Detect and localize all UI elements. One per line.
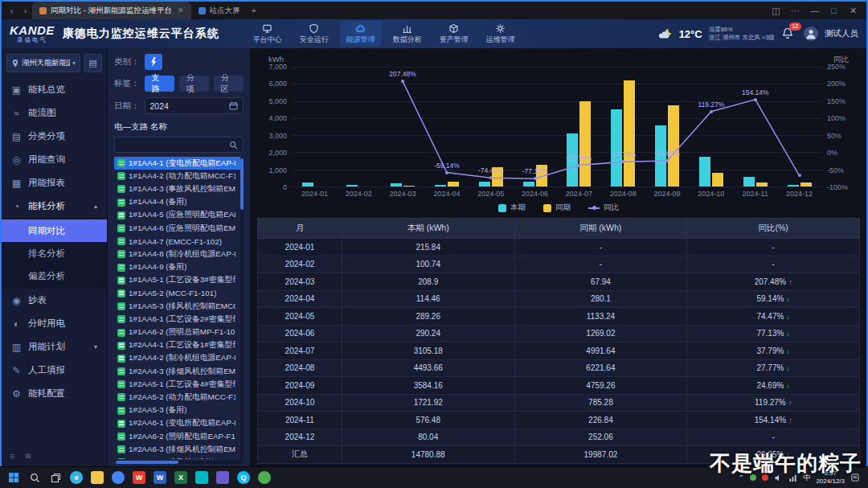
table-row[interactable]: 2024-093584.164759.2624.69%↓ (258, 377, 860, 395)
tree-item[interactable]: 1#1AA4-5 (应急照明配电箱EAL-F2-102) (114, 209, 244, 222)
sidebar-item-energy-overview[interactable]: ▣能耗总览 (2, 78, 107, 101)
avatar[interactable] (804, 27, 818, 41)
taskbar-app-explorer-icon[interactable] (87, 467, 108, 488)
back-icon[interactable]: ‹ (5, 6, 18, 15)
table-row[interactable]: 2024-084493.666221.6427.77%↓ (258, 359, 860, 377)
tree-item[interactable]: 1#1AA5-2 (MCC-F1-101) (114, 287, 244, 300)
taskbar-app-wps-icon[interactable]: W (129, 467, 149, 488)
layout-icon[interactable]: ≋ (24, 451, 31, 461)
tree-item[interactable]: 1#2AA4-2 (制冷机组电源EAP-F1-103) (114, 352, 244, 365)
collapse-menu-icon[interactable]: ≡ (10, 451, 14, 461)
sidebar-item-energy-plan[interactable]: ▥用能计划▾ (2, 335, 107, 359)
table-row[interactable]: 2024-04114.46280.159.14%↓ (258, 290, 860, 308)
tag-zone-button[interactable]: 分区 (214, 76, 244, 92)
legend-item-yoy[interactable]: 同比 (588, 203, 619, 213)
table-row[interactable]: 2024-11576.48226.84154.14%↑ (258, 412, 860, 429)
nav-energy-management[interactable]: 能源管理 (340, 21, 382, 47)
search-icon[interactable] (229, 141, 238, 150)
tree-item[interactable]: 1#1AA6-1 (工艺设备2#密集型母线) (114, 313, 244, 326)
date-picker[interactable]: 2024 (145, 97, 244, 114)
tree-item[interactable]: 1#1AA4-1 (变电所配电箱EAP-F1-101) (114, 157, 244, 170)
tree-item[interactable]: 1#1AA5-3 (排风机控制箱EMCC-F1-201) (114, 300, 244, 313)
taskbar-app-qq-icon[interactable]: Q (233, 467, 254, 488)
tree-item[interactable]: 1#2AA4-1 (工艺设备1#密集型母线) (114, 339, 244, 352)
table-row[interactable]: 2024-05289.261133.2474.47%↓ (258, 308, 860, 326)
sidebar-item-ranking-analysis[interactable]: 排名分析 (2, 242, 107, 265)
nav-platform-center[interactable]: 平台中心 (247, 21, 289, 47)
taskbar-app-edge-icon[interactable]: e (66, 467, 87, 488)
tree-item[interactable]: 1#2AA4-3 (排烟风机控制箱EMCC-F1-104) (114, 365, 244, 378)
nav-data-analysis[interactable]: 数据分析 (387, 21, 428, 47)
tree-item[interactable]: 1#2AA6-4 (排风机控制箱EMCC-F1-106) (114, 456, 244, 459)
table-row[interactable]: 2024-06290.241269.0277.13%↓ (258, 325, 860, 342)
maximize-icon[interactable]: □ (827, 6, 841, 15)
tag-subitem-button[interactable]: 分项 (179, 76, 209, 92)
tree-item[interactable]: 1#1AA4-4 (备用) (114, 196, 244, 209)
table-row[interactable]: 2024-03208.967.94207.48%↑ (258, 273, 860, 291)
sidebar-item-energy-query[interactable]: ◎用能查询 (2, 148, 107, 171)
tree-item[interactable]: 1#2AA6-1 (变电所配电箱EAP-F1-102) (114, 417, 244, 430)
nav-ops-management[interactable]: 运维管理 (480, 21, 522, 47)
table-row[interactable]: 2024-01215.84-- (258, 239, 860, 256)
taskbar-search-button[interactable] (24, 467, 45, 488)
tab-close-icon[interactable]: ✕ (178, 6, 184, 14)
taskbar-app-security-icon[interactable] (254, 467, 275, 488)
table-row[interactable]: 2024-073105.184991.6437.79%↓ (258, 342, 860, 360)
table-row[interactable]: 2024-1280.04252.06- (258, 429, 860, 446)
minimize-icon[interactable]: — (808, 6, 821, 15)
taskbar-app-app-purple-icon[interactable] (212, 467, 233, 488)
sidebar-item-manual-entry[interactable]: ✎人工填报 (2, 359, 107, 382)
sidebar-item-energy-config[interactable]: ⚙能耗配置 (2, 382, 107, 405)
sidebar-item-yoy-comparison[interactable]: 同期对比 (2, 219, 107, 242)
tree-hscrollbar[interactable] (116, 461, 242, 464)
notifications-button[interactable]: 12 (781, 27, 797, 41)
legend-item-previous[interactable]: 同期 (543, 203, 571, 213)
sidebar-item-deviation-analysis[interactable]: 偏差分析 (2, 265, 107, 287)
tree-item[interactable]: 1#2AA5-2 (动力配电箱MCC-F1-101) (114, 391, 244, 404)
tree-item[interactable]: 1#1AA4-9 (备用) (114, 261, 244, 274)
close-icon[interactable]: ✕ (846, 6, 860, 16)
task-view-button[interactable] (45, 467, 66, 488)
sidebar-item-energy-report[interactable]: ▦用能报表 (2, 171, 107, 195)
sidebar-item-meter-reading[interactable]: ◉抄表 (2, 289, 107, 312)
tree-scrollbar[interactable] (240, 157, 244, 459)
tree-item[interactable]: 1#1AA4-2 (动力配电箱MCC-F1-101) (114, 170, 244, 182)
start-button[interactable] (3, 467, 24, 488)
table-row[interactable]: 2024-02100.74-- (258, 256, 860, 273)
org-tree-button[interactable]: ▤ (84, 54, 102, 72)
browser-tab-active[interactable]: 同期对比 - 湖州新能源监控运维平台 ✕ (32, 2, 191, 19)
tree-item[interactable]: 1#1AA4-8 (制冷机组电源EAP-F1-103) (114, 248, 244, 260)
taskbar-app-browser-icon[interactable] (108, 467, 129, 488)
tree-item[interactable]: 1#1AA4-6 (应急照明配电箱EMCC-F1-103) (114, 222, 244, 235)
workspaces-icon[interactable]: ◫ (769, 6, 783, 16)
sidebar-item-energy-flow[interactable]: ≈能流图 (2, 101, 107, 125)
taskbar-app-app-teal-icon[interactable] (191, 467, 212, 488)
tree-item[interactable]: 1#1AA4-3 (事故风机控制箱EMCC-F2-101) (114, 182, 244, 195)
table-row[interactable]: 2024-101721.92785.28119.27%↑ (258, 394, 860, 412)
tree-item[interactable]: 1#2AA5-3 (备用) (114, 404, 244, 417)
nav-asset-management[interactable]: 资产管理 (433, 21, 475, 47)
tree-scrollbar-thumb[interactable] (240, 158, 244, 210)
tree-item[interactable]: 1#1AA6-2 (照明总箱MP-F1-101) (114, 326, 244, 338)
legend-item-current[interactable]: 本期 (498, 203, 526, 213)
sidebar-item-energy-analysis[interactable]: ◔能耗分析▴ (2, 195, 107, 218)
new-tab-icon[interactable]: + (248, 6, 261, 15)
tree-item[interactable]: 1#1AA5-1 (工艺设备3#密集型母线) (114, 274, 244, 287)
sidebar-item-tou-power[interactable]: ◐分时用电 (2, 312, 107, 335)
tree-search-input[interactable] (120, 141, 229, 150)
tree-item[interactable]: 1#2AA6-2 (照明配电箱EAP-F1-102) (114, 430, 244, 443)
forward-icon[interactable]: › (18, 6, 32, 15)
nav-safe-operation[interactable]: 安全运行 (293, 21, 335, 47)
taskbar-app-excel-icon[interactable]: X (170, 467, 191, 488)
browser-tab-2[interactable]: 站点大屏 (191, 2, 248, 19)
more-icon[interactable]: ⋯ (788, 6, 802, 16)
site-selector[interactable]: 湖州天能新能源有... ▾ (6, 54, 80, 72)
category-electric-button[interactable] (145, 54, 162, 70)
tree-item[interactable]: 1#2AA6-3 (排烟风机控制箱EMCC-F1-105) (114, 443, 244, 456)
tree-item[interactable]: 1#1AA4-7 (EMCC-F1-102) (114, 235, 244, 248)
taskbar-app-word-icon[interactable]: W (149, 467, 170, 488)
sidebar-item-classification[interactable]: ▤分类分项 (2, 125, 107, 148)
tag-branch-button[interactable]: 支路 (145, 76, 174, 92)
tree-item[interactable]: 1#2AA5-1 (工艺设备4#密集型母线) (114, 378, 244, 391)
tree-hscrollbar-thumb[interactable] (116, 461, 178, 464)
